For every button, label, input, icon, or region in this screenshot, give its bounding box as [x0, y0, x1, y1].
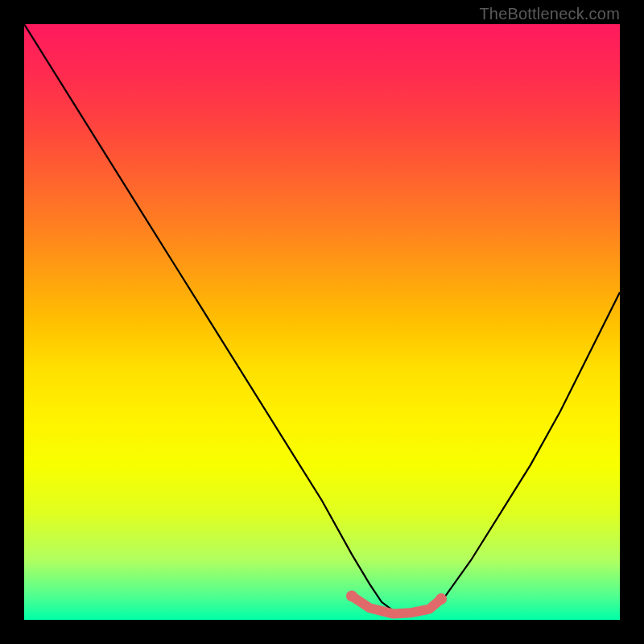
accent-band — [352, 596, 441, 613]
watermark-text: TheBottleneck.com — [479, 5, 620, 23]
plot-area — [24, 24, 620, 620]
curve-layer — [24, 24, 620, 620]
accent-dot-left — [346, 590, 357, 601]
bottleneck-curve — [24, 24, 620, 614]
accent-dot-right — [436, 593, 447, 605]
chart-container: TheBottleneck.com — [0, 0, 644, 644]
